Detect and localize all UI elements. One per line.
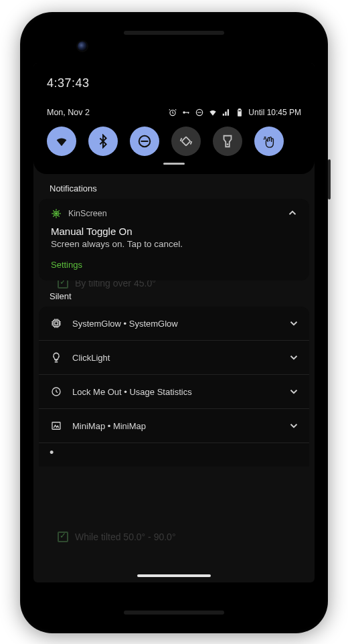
notification-shade: 4:37:43 Mon, Nov 2 Until 10:45 PM xyxy=(33,63,315,582)
dnd-status-icon xyxy=(195,108,204,117)
autorotate-icon xyxy=(179,134,193,149)
wifi-status-icon xyxy=(208,108,217,117)
battery-icon xyxy=(235,108,244,117)
notifications-header: Notifications xyxy=(33,174,315,199)
svg-point-14 xyxy=(56,213,58,215)
kinscreen-app-icon xyxy=(51,208,62,219)
front-camera xyxy=(78,42,87,51)
silent-item-label: ClickLight xyxy=(72,353,110,363)
svg-rect-7 xyxy=(239,109,240,110)
silent-item[interactable]: MiniMap • MiniMap xyxy=(39,409,309,443)
bottom-speaker xyxy=(124,611,224,615)
chevron-down-icon xyxy=(288,420,300,432)
status-date: Mon, Nov 2 xyxy=(47,108,90,117)
chevron-down-icon xyxy=(288,317,300,329)
svg-rect-16 xyxy=(55,322,58,325)
clock-icon xyxy=(50,386,62,398)
expand-button[interactable] xyxy=(288,317,300,329)
notification-body: Screen always on. Tap to cancel. xyxy=(51,239,297,249)
silent-item-label: Lock Me Out • Usage Statistics xyxy=(72,387,192,397)
bluetooth-icon xyxy=(96,134,110,149)
silent-list: SystemGlow • SystemGlow ClickLight Lock … xyxy=(39,307,309,467)
collapse-button[interactable] xyxy=(286,207,298,219)
phone-frame: Turn screen on... By uncovering proximit… xyxy=(20,12,328,633)
qs-autorotate[interactable] xyxy=(171,127,201,156)
wifi-icon xyxy=(54,134,69,149)
qs-panel: 4:37:43 Mon, Nov 2 Until 10:45 PM xyxy=(33,63,315,174)
side-button xyxy=(328,159,331,199)
dnd-icon xyxy=(137,134,152,149)
qs-wifi[interactable] xyxy=(47,127,76,156)
map-icon xyxy=(50,420,62,432)
chip-icon xyxy=(50,317,62,329)
svg-rect-11 xyxy=(182,137,191,146)
expand-button[interactable] xyxy=(288,386,300,398)
wave-icon xyxy=(262,134,276,149)
svg-point-1 xyxy=(183,111,186,114)
chevron-down-icon xyxy=(288,386,300,398)
signal-icon xyxy=(222,108,231,117)
silent-item[interactable]: ClickLight xyxy=(39,341,309,375)
qs-bluetooth[interactable] xyxy=(88,127,118,156)
svg-point-12 xyxy=(227,143,229,145)
qs-pager[interactable] xyxy=(163,163,185,165)
expand-button[interactable] xyxy=(288,420,300,432)
notification-action-settings[interactable]: Settings xyxy=(51,260,297,270)
expand-button[interactable] xyxy=(288,351,300,364)
qs-wave[interactable] xyxy=(254,127,284,156)
overflow-dot[interactable]: • xyxy=(39,443,309,467)
svg-rect-8 xyxy=(239,112,242,116)
screen: Turn screen on... By uncovering proximit… xyxy=(33,63,315,582)
status-icons: Until 10:45 PM xyxy=(168,108,301,117)
silent-item[interactable]: SystemGlow • SystemGlow xyxy=(39,307,309,341)
quick-settings-row xyxy=(47,127,301,156)
bulb-icon xyxy=(50,351,62,364)
silent-item-label: SystemGlow • SystemGlow xyxy=(72,319,178,329)
svg-rect-15 xyxy=(54,321,60,327)
battery-until-label: Until 10:45 PM xyxy=(248,108,301,117)
clock: 4:37:43 xyxy=(47,76,301,90)
chevron-down-icon xyxy=(288,351,300,364)
vpn-key-icon xyxy=(181,108,191,117)
silent-item[interactable]: Lock Me Out • Usage Statistics xyxy=(39,375,309,409)
notification-app-name: KinScreen xyxy=(68,209,107,218)
qs-dnd[interactable] xyxy=(130,127,159,156)
svg-rect-3 xyxy=(188,112,189,113)
silent-header: Silent xyxy=(33,280,315,307)
silent-item-label: MiniMap • MiniMap xyxy=(72,421,146,431)
earpiece xyxy=(124,31,224,35)
chevron-up-icon xyxy=(286,207,298,219)
svg-rect-18 xyxy=(52,422,60,430)
alarm-icon xyxy=(168,108,177,117)
flashlight-icon xyxy=(220,134,235,149)
gesture-nav-pill[interactable] xyxy=(137,574,211,577)
qs-flashlight[interactable] xyxy=(213,127,242,156)
notification-card[interactable]: KinScreen Manual Toggle On Screen always… xyxy=(39,199,309,280)
notification-title: Manual Toggle On xyxy=(51,226,297,237)
